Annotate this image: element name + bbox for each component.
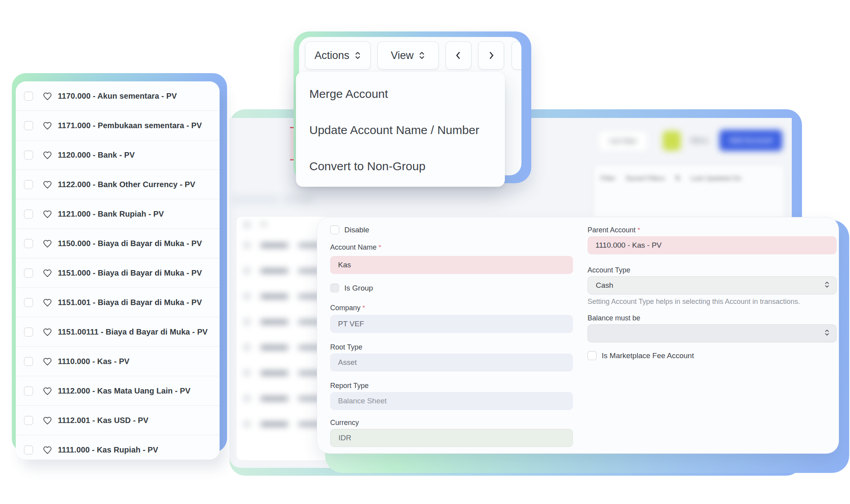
- is-group-checkbox[interactable]: [330, 283, 339, 292]
- list-view-label: List View: [610, 137, 636, 145]
- row-checkbox[interactable]: [244, 293, 250, 300]
- account-list-item[interactable]: 1111.000 - Kas Rupiah - PV: [16, 435, 220, 460]
- heart-icon[interactable]: [42, 239, 52, 248]
- heart-icon[interactable]: [42, 180, 52, 189]
- account-checkbox[interactable]: [24, 445, 33, 454]
- account-label: 1150.000 - Biaya di Bayar di Muka - PV: [58, 239, 202, 248]
- list-view-switcher[interactable]: List View: [598, 131, 648, 151]
- account-form-panel: Disable Account Name* Kas Is Group Compa…: [317, 217, 839, 454]
- account-label: 1112.001 - Kas USD - PV: [58, 416, 148, 425]
- balance-must-be-select[interactable]: [588, 324, 837, 342]
- account-list-item[interactable]: 1112.001 - Kas USD - PV: [16, 406, 220, 435]
- account-checkbox[interactable]: [24, 298, 33, 307]
- dropdown-menu-item[interactable]: Convert to Non-Group: [296, 148, 505, 184]
- heart-icon[interactable]: [42, 150, 52, 160]
- menu-button[interactable]: Menu: [691, 136, 708, 145]
- heart-icon[interactable]: [42, 91, 52, 101]
- account-checkbox[interactable]: [24, 386, 33, 395]
- row-checkbox[interactable]: [244, 318, 250, 325]
- disable-checkbox[interactable]: [330, 225, 339, 234]
- account-checkbox[interactable]: [24, 357, 33, 366]
- heart-icon[interactable]: [42, 121, 52, 131]
- account-name-input[interactable]: Kas: [330, 256, 573, 274]
- refresh-icon: [517, 50, 521, 61]
- account-list-item[interactable]: 1170.000 - Akun sementara - PV: [16, 81, 220, 111]
- report-type-value: Balance Sheet: [338, 397, 387, 405]
- heart-icon[interactable]: [42, 386, 52, 396]
- heart-icon[interactable]: [42, 445, 52, 455]
- account-checkbox[interactable]: [24, 180, 33, 189]
- row-checkbox[interactable]: [244, 421, 250, 427]
- account-list-item[interactable]: 1151.00111 - Biaya d Bayar di Muka - PV: [16, 317, 220, 347]
- account-checkbox[interactable]: [24, 269, 33, 278]
- row-checkbox[interactable]: [244, 242, 250, 248]
- account-list-item[interactable]: 1110.000 - Kas - PV: [16, 347, 220, 376]
- account-list-item[interactable]: 1120.000 - Bank - PV: [16, 140, 220, 170]
- row-number-blob: [261, 370, 288, 376]
- actions-button[interactable]: Actions: [305, 41, 371, 70]
- account-checkbox[interactable]: [24, 239, 33, 248]
- account-list-item[interactable]: 1150.000 - Biaya di Bayar di Muka - PV: [16, 229, 220, 258]
- account-label: 1151.000 - Biaya di Bayar di Muka - PV: [58, 269, 202, 278]
- last-updated-label[interactable]: Last Updated On: [691, 175, 741, 182]
- row-checkbox[interactable]: [244, 395, 250, 402]
- account-list-item[interactable]: 1122.000 - Bank Other Currency - PV: [16, 170, 220, 199]
- root-type-input[interactable]: Asset: [330, 353, 573, 372]
- account-list-item[interactable]: 1151.000 - Biaya di Bayar di Muka - PV: [16, 258, 220, 288]
- account-checkbox[interactable]: [24, 151, 33, 160]
- account-checkbox[interactable]: [24, 210, 33, 219]
- dropdown-menu-item[interactable]: Merge Account: [296, 76, 505, 112]
- parent-account-label: Parent Account*: [588, 226, 640, 234]
- account-label: 1120.000 - Bank - PV: [58, 151, 135, 160]
- account-checkbox[interactable]: [24, 327, 33, 337]
- heart-icon[interactable]: [42, 209, 52, 219]
- add-account-button[interactable]: Add Account: [719, 130, 782, 151]
- heart-icon[interactable]: [42, 357, 52, 366]
- select-all-checkbox[interactable]: [244, 221, 250, 228]
- heart-icon[interactable]: [42, 298, 52, 307]
- account-list-item[interactable]: 1112.000 - Kas Mata Uang Lain - PV: [16, 376, 220, 406]
- account-list-item[interactable]: 1171.000 - Pembukaan sementara - PV: [16, 111, 220, 140]
- screenshot-collage: List View Menu Add Account Filter Saved …: [0, 0, 850, 504]
- parent-account-input[interactable]: 1110.000 - Kas - PV: [588, 236, 837, 254]
- row-number-blob: [261, 396, 288, 401]
- sort-icon[interactable]: ⇅: [675, 174, 680, 182]
- account-checkbox[interactable]: [24, 416, 33, 425]
- prev-button[interactable]: [445, 41, 471, 70]
- account-type-select[interactable]: Cash: [588, 276, 837, 294]
- company-input[interactable]: PT VEF: [330, 315, 573, 333]
- currency-input[interactable]: IDR: [330, 429, 573, 447]
- is-marketplace-checkbox[interactable]: [588, 351, 597, 360]
- refresh-button-partial[interactable]: [512, 41, 521, 70]
- row-number-blob: [261, 268, 288, 274]
- heart-icon[interactable]: [42, 416, 52, 425]
- account-label: 1151.00111 - Biaya d Bayar di Muka - PV: [58, 327, 208, 337]
- row-checkbox[interactable]: [244, 344, 250, 351]
- heart-icon[interactable]: [42, 268, 52, 278]
- currency-value: IDR: [338, 434, 351, 442]
- account-list-item[interactable]: 1151.001 - Biaya di Bayar di Muka - PV: [16, 288, 220, 317]
- view-button[interactable]: View: [377, 41, 439, 70]
- filter-label[interactable]: Filter: [601, 175, 615, 182]
- heart-icon[interactable]: [42, 327, 52, 337]
- report-type-input[interactable]: Balance Sheet: [330, 392, 573, 410]
- next-button[interactable]: [478, 41, 504, 70]
- filter-tag-pill[interactable]: [231, 195, 279, 205]
- account-label: 1121.000 - Bank Rupiah - PV: [58, 210, 164, 219]
- account-list-item[interactable]: 1121.000 - Bank Rupiah - PV: [16, 199, 220, 229]
- account-checkbox[interactable]: [24, 121, 33, 130]
- account-label: 1111.000 - Kas Rupiah - PV: [58, 445, 158, 454]
- row-number-blob: [261, 319, 288, 325]
- account-checkbox[interactable]: [24, 92, 33, 101]
- saved-filters-label[interactable]: Saved Filters: [626, 175, 665, 182]
- dropdown-menu-item[interactable]: Update Account Name / Number: [296, 112, 505, 148]
- actions-label: Actions: [314, 50, 349, 62]
- filter-tag-pill[interactable]: [282, 195, 313, 205]
- account-label: 1171.000 - Pembukaan sementara - PV: [58, 121, 202, 130]
- row-number-blob: [261, 243, 288, 248]
- dropdown-items: Merge Account Update Account Name / Numb…: [296, 76, 505, 184]
- form-right-column: Parent Account* 1110.000 - Kas - PV Acco…: [588, 217, 837, 453]
- chevron-left-icon: [454, 50, 463, 61]
- row-checkbox[interactable]: [244, 370, 250, 376]
- row-checkbox[interactable]: [244, 267, 250, 274]
